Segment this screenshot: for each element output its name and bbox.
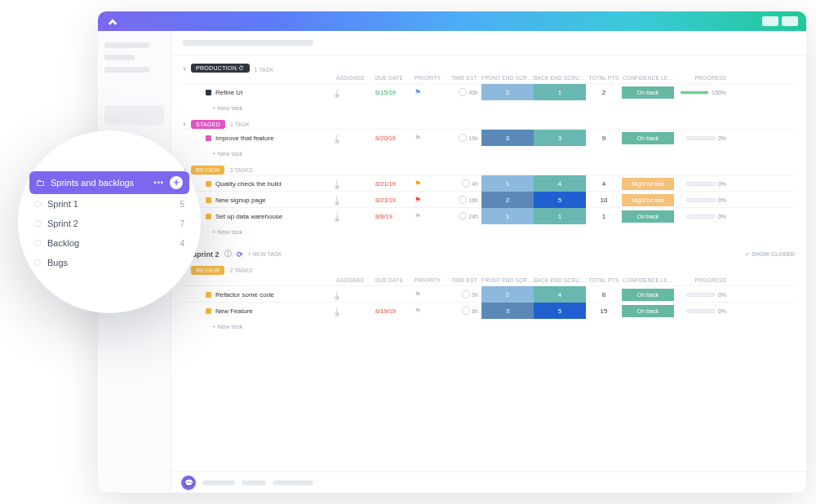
- popout-item-label: Bugs: [47, 258, 178, 267]
- popout-header[interactable]: 🗀 Sprints and backlogs ••• +: [29, 171, 189, 194]
- sprint-section-header[interactable]: Sprint 2 ⓘ ⟳ + NEW TASK ✓ SHOW CLOSED: [183, 249, 795, 259]
- gear-icon: ⚙: [334, 217, 339, 223]
- confidence-badge: Might be late: [622, 178, 674, 190]
- col-due-date: DUE DATE: [375, 75, 415, 81]
- back-pts: 1: [534, 84, 586, 100]
- more-icon[interactable]: •••: [154, 179, 164, 187]
- show-closed-toggle[interactable]: ✓ SHOW CLOSED: [745, 251, 795, 258]
- new-task-button[interactable]: + New task: [183, 99, 795, 113]
- gear-icon: ⚙: [334, 312, 339, 317]
- status-group-header[interactable]: ▾ REVIEW 2 TASKS: [183, 266, 795, 275]
- total-pts: 2: [586, 89, 622, 96]
- column-headers: ASSIGNEE DUE DATE PRIORITY TIME EST. FRO…: [183, 275, 795, 285]
- footer: 💬: [171, 471, 806, 493]
- status-group-header[interactable]: ▾ STAGED 1 TASK: [183, 120, 795, 129]
- chevron-down-icon: ▾: [183, 121, 186, 128]
- col-assignee: ASSIGNEE: [336, 75, 375, 81]
- task-row[interactable]: Refine UI ⚙ 8/15/19 ⚑ 40h 2 1 2 On track…: [183, 83, 795, 99]
- confidence-badge: On track: [622, 132, 674, 144]
- assignee-avatar[interactable]: ⚙: [336, 179, 338, 188]
- back-pts: 3: [534, 130, 586, 146]
- status-circle-icon: [34, 220, 41, 227]
- time-estimate: 16h: [447, 196, 481, 204]
- col-time-est: TIME EST.: [447, 277, 481, 283]
- col-back-pts: BACK END SCRUM PTS: [534, 277, 586, 283]
- task-row[interactable]: New signup page ⚙ 8/23/19 ⚑ 16h 2 5 10 M…: [183, 191, 795, 207]
- col-progress: PROGRESS: [674, 277, 726, 283]
- progress-indicator: 100%: [674, 90, 726, 95]
- task-row[interactable]: Quality check the build ⚙ 8/21/19 ⚑ 4h 1…: [183, 175, 795, 191]
- confidence-badge: Might be late: [622, 194, 674, 206]
- back-pts: 5: [534, 303, 586, 319]
- total-pts: 4: [586, 180, 622, 188]
- priority-flag-icon: ⚑: [415, 196, 447, 204]
- popout-item-count: 5: [180, 200, 184, 209]
- task-row[interactable]: New Feature ⚙ 8/19/19 ⚑ 8h 3 5 15 On tra…: [183, 302, 795, 318]
- app-window: ▾ PRODUCTION ⏱ 1 TASK ASSIGNEE DUE DATE …: [98, 11, 806, 493]
- assignee-avatar[interactable]: ⚙: [336, 307, 338, 316]
- priority-flag-icon: ⚑: [415, 134, 447, 142]
- assignee-avatar[interactable]: ⚙: [336, 290, 338, 299]
- gear-icon: ⚙: [334, 93, 339, 99]
- chevron-down-icon[interactable]: ▾: [183, 65, 186, 73]
- priority-flag-icon: ⚑: [415, 179, 447, 188]
- column-headers: ASSIGNEE DUE DATE PRIORITY TIME EST. FRO…: [183, 73, 795, 83]
- back-pts: 5: [534, 192, 586, 208]
- status-circle-icon: [34, 240, 41, 246]
- popout-list-item[interactable]: Backlog 4: [29, 233, 189, 253]
- task-row[interactable]: Refactor some code ⚙ ⚑ 5h 2 4 8 On track…: [183, 285, 795, 302]
- chat-button[interactable]: 💬: [181, 475, 196, 490]
- col-due-date: DUE DATE: [375, 277, 415, 283]
- front-pts: 3: [481, 130, 534, 146]
- priority-flag-icon: ⚑: [415, 307, 447, 315]
- popout-list-item[interactable]: Sprint 1 5: [29, 194, 189, 214]
- time-estimate: 8h: [447, 307, 481, 315]
- popout-list-item[interactable]: Sprint 2 7: [29, 214, 189, 233]
- task-row[interactable]: Set up data warehouse ⚙ 8/8/19 ⚑ 24h 1 1…: [183, 207, 795, 223]
- assignee-avatar[interactable]: ⚙: [336, 134, 338, 143]
- progress-indicator: 0%: [674, 308, 726, 314]
- task-row[interactable]: Improve that feature ⚙ 8/20/19 ⚑ 16h 3 3…: [183, 129, 795, 145]
- col-confidence: CONFIDENCE LE…: [622, 75, 674, 81]
- task-name: Improve that feature: [206, 135, 336, 142]
- sidebar-search-placeholder[interactable]: [104, 105, 164, 125]
- assignee-avatar[interactable]: ⚙: [336, 212, 338, 221]
- priority-flag-icon: ⚑: [415, 290, 447, 298]
- new-task-button[interactable]: + New task: [183, 145, 795, 159]
- status-group-header[interactable]: ▾ REVIEW 3 TASKS: [183, 166, 795, 175]
- main-panel: ▾ PRODUCTION ⏱ 1 TASK ASSIGNEE DUE DATE …: [171, 31, 806, 493]
- popout-item-count: 4: [180, 239, 184, 248]
- col-front-pts: FRONT END SCRUM PTS: [481, 75, 534, 81]
- confidence-badge: On track: [622, 305, 674, 317]
- add-button[interactable]: +: [170, 176, 183, 189]
- popout-list-item[interactable]: Bugs: [29, 253, 189, 272]
- progress-indicator: 0%: [674, 214, 726, 219]
- assignee-avatar[interactable]: ⚙: [336, 196, 338, 205]
- due-date: 8/20/19: [375, 135, 415, 142]
- back-pts: 4: [534, 175, 586, 192]
- front-pts: 2: [481, 286, 534, 303]
- total-pts: 8: [586, 291, 622, 298]
- due-date: 8/21/19: [375, 180, 415, 188]
- assignee-avatar[interactable]: ⚙: [336, 88, 338, 97]
- new-task-button[interactable]: + New task: [183, 318, 795, 332]
- status-circle-icon: [34, 259, 41, 266]
- confidence-badge: On track: [622, 86, 674, 99]
- gear-icon: ⚙: [334, 201, 339, 206]
- time-estimate: 24h: [447, 212, 481, 220]
- col-total-pts: TOTAL PTS: [586, 75, 622, 81]
- col-time-est: TIME EST.: [447, 75, 481, 81]
- section-new-task[interactable]: + NEW TASK: [248, 251, 282, 257]
- col-assignee: ASSIGNEE: [336, 277, 375, 283]
- status-pill[interactable]: PRODUCTION ⏱: [191, 64, 250, 73]
- col-progress: PROGRESS: [674, 75, 726, 81]
- due-date: 8/8/19: [375, 213, 415, 220]
- window-controls[interactable]: [762, 16, 798, 26]
- progress-indicator: 0%: [674, 181, 726, 187]
- sidebar-popout: 🗀 Sprints and backlogs ••• + Sprint 1 5 …: [18, 130, 201, 313]
- progress-indicator: 0%: [674, 135, 726, 141]
- due-date: 8/15/19: [375, 89, 415, 96]
- task-name: New signup page: [206, 197, 336, 204]
- gear-icon: ⚙: [334, 295, 339, 301]
- new-task-button[interactable]: + New task: [183, 223, 795, 237]
